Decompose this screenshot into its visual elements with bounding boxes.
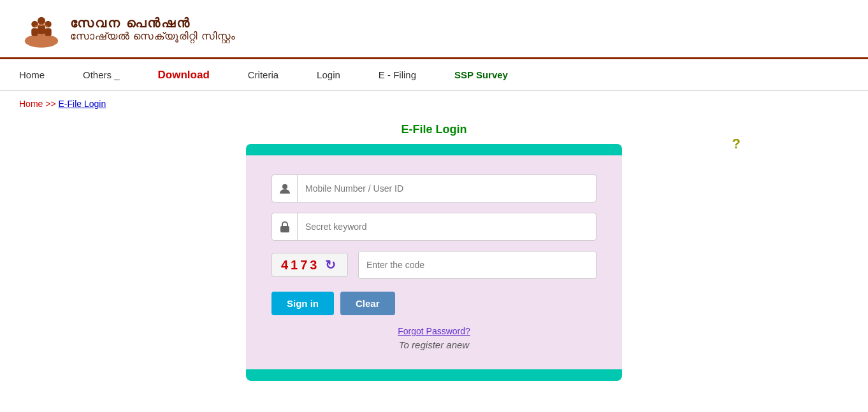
logo-area: സേവന പെൻഷൻ സോഷ്യൽ സെക്യൂരിറ്റി സിസ്റ്റം [19,6,236,51]
logo-icon [19,6,64,51]
svg-rect-10 [280,226,289,232]
lock-icon [272,213,298,240]
clear-button[interactable]: Clear [340,292,395,315]
breadcrumb-home[interactable]: Home [19,99,43,109]
svg-point-5 [45,21,52,28]
login-box-bottom-bar [246,369,622,381]
login-box-top-bar [246,144,622,155]
nav-ssp-survey[interactable]: SSP Survey [454,60,508,89]
logo-subtitle: സോഷ്യൽ സെക്യൂരിറ്റി സിസ്റ്റം [70,31,236,42]
signin-button[interactable]: Sign in [271,292,334,315]
captcha-input[interactable] [358,251,597,279]
svg-point-0 [25,34,59,48]
captcha-refresh-icon[interactable]: ↻ [325,257,338,273]
captcha-row: 4173 ↻ [271,251,597,279]
captcha-code: 4173 [281,258,320,273]
user-icon [272,175,298,202]
svg-point-3 [38,17,45,25]
password-input-group [271,213,597,241]
password-input[interactable] [298,222,596,232]
breadcrumb-current[interactable]: E-File Login [59,99,106,109]
login-box-body: 4173 ↻ Sign in Clear Forgot Password? To… [246,155,622,369]
forgot-password-link[interactable]: Forgot Password? [398,326,470,336]
login-box: 4173 ↻ Sign in Clear Forgot Password? To… [246,144,622,381]
navbar: Home Others _ Download Criteria Login E … [0,59,868,91]
logo-title: സേവന പെൻഷൻ [70,16,236,31]
svg-rect-6 [45,28,52,36]
login-container: E-File Login [246,123,622,381]
nav-download[interactable]: Download [158,60,210,90]
svg-rect-4 [38,25,45,34]
header: സേവന പെൻഷൻ സോഷ്യൽ സെക്യൂരിറ്റി സിസ്റ്റം [0,0,868,59]
breadcrumb-separator: >> [45,99,58,109]
captcha-display: 4173 ↻ [271,253,348,277]
nav-efiling[interactable]: E - Filing [379,60,416,89]
links-area: Forgot Password? To register anew [271,325,597,350]
svg-rect-2 [31,28,38,36]
help-icon[interactable]: ? [732,136,741,152]
main-content: ? E-File Login [0,117,868,400]
nav-others[interactable]: Others _ [83,60,120,89]
nav-login[interactable]: Login [317,60,340,89]
register-text[interactable]: To register anew [271,339,597,350]
nav-home[interactable]: Home [19,60,45,89]
breadcrumb: Home >> E-File Login [0,91,868,117]
button-row: Sign in Clear [271,292,597,315]
login-title: E-File Login [246,123,622,136]
svg-point-9 [282,184,287,189]
svg-point-1 [31,21,38,28]
userid-input[interactable] [298,183,596,194]
userid-input-group [271,174,597,202]
nav-criteria[interactable]: Criteria [248,60,278,89]
logo-text: സേവന പെൻഷൻ സോഷ്യൽ സെക്യൂരിറ്റി സിസ്റ്റം [70,16,236,42]
